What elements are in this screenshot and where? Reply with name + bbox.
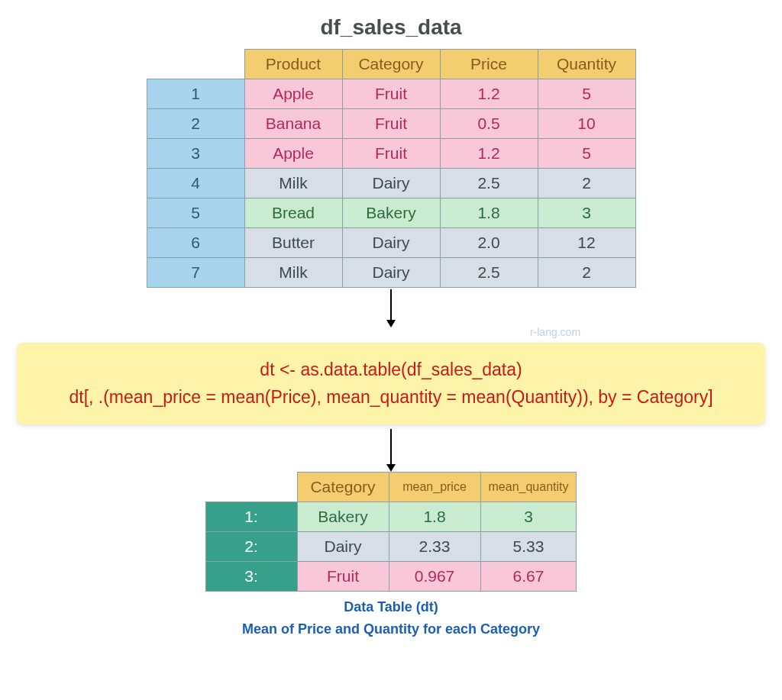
- cell: 10: [538, 109, 635, 139]
- table-row: 2 Banana Fruit 0.5 10: [147, 109, 635, 139]
- cell: 5: [538, 79, 635, 109]
- table-row: 6 Butter Dairy 2.0 12: [147, 228, 635, 258]
- col-header: Price: [440, 50, 538, 79]
- row-index: 6: [147, 228, 244, 258]
- cell: Apple: [244, 79, 342, 109]
- cell: Fruit: [342, 139, 440, 169]
- row-index: 3: [147, 139, 244, 169]
- row-index: 4: [147, 169, 244, 198]
- table-row: 2: Dairy 2.33 5.33: [205, 532, 577, 562]
- cell: 3: [480, 502, 577, 532]
- cell: Fruit: [342, 109, 440, 139]
- cell: 1.2: [440, 139, 538, 169]
- cell: Dairy: [297, 532, 389, 562]
- cell: Dairy: [342, 228, 440, 258]
- table-row: 3: Fruit 0.967 6.67: [205, 562, 577, 592]
- cell: Fruit: [342, 79, 440, 109]
- cell: 0.5: [440, 109, 538, 139]
- cell: Bakery: [342, 198, 440, 228]
- cell: 1.8: [440, 198, 538, 228]
- cell: Milk: [244, 258, 342, 288]
- svg-marker-3: [386, 464, 396, 472]
- cell: 2.0: [440, 228, 538, 258]
- arrow-down-icon: [383, 289, 399, 327]
- cell: Fruit: [297, 562, 389, 592]
- cell: Bread: [244, 198, 342, 228]
- cell: 2.5: [440, 258, 538, 288]
- cell: Dairy: [342, 169, 440, 198]
- col-header: Category: [297, 473, 389, 502]
- cell: 6.67: [480, 562, 577, 592]
- table-row: 3 Apple Fruit 1.2 5: [147, 139, 635, 169]
- table-row: 1 Apple Fruit 1.2 5: [147, 79, 635, 109]
- table-row: 7 Milk Dairy 2.5 2: [147, 258, 635, 288]
- cell: Milk: [244, 169, 342, 198]
- watermark-text: r-lang.com: [530, 326, 580, 338]
- cell: 1.8: [389, 502, 480, 532]
- row-index: 2:: [205, 532, 297, 562]
- arrow-down-icon: [383, 429, 399, 472]
- cell: 5.33: [480, 532, 577, 562]
- cell: Apple: [244, 139, 342, 169]
- result-data-table: Category mean_price mean_quantity 1: Bak…: [205, 472, 577, 592]
- diagram-title: df_sales_data: [320, 15, 461, 40]
- row-index: 1:: [205, 502, 297, 532]
- cell: Bakery: [297, 502, 389, 532]
- cell: 1.2: [440, 79, 538, 109]
- cell: 2.33: [389, 532, 480, 562]
- table-row: 1: Bakery 1.8 3: [205, 502, 577, 532]
- cell: 3: [538, 198, 635, 228]
- cell: Dairy: [342, 258, 440, 288]
- cell: 2: [538, 169, 635, 198]
- cell: 0.967: [389, 562, 480, 592]
- row-index: 7: [147, 258, 244, 288]
- svg-marker-1: [386, 320, 396, 327]
- cell: 5: [538, 139, 635, 169]
- cell: 12: [538, 228, 635, 258]
- row-index: 2: [147, 109, 244, 139]
- col-header: mean_price: [389, 473, 480, 502]
- code-line: dt <- as.data.table(df_sales_data): [32, 356, 750, 384]
- table-row: 5 Bread Bakery 1.8 3: [147, 198, 635, 228]
- corner-blank: [147, 50, 244, 79]
- cell: 2: [538, 258, 635, 288]
- code-block: dt <- as.data.table(df_sales_data) dt[, …: [17, 343, 765, 424]
- row-index: 1: [147, 79, 244, 109]
- col-header: Product: [244, 50, 342, 79]
- cell: Butter: [244, 228, 342, 258]
- col-header: mean_quantity: [480, 473, 577, 502]
- cell: Banana: [244, 109, 342, 139]
- result-caption: Data Table (dt): [344, 599, 438, 615]
- code-line: dt[, .(mean_price = mean(Price), mean_qu…: [32, 384, 750, 411]
- col-header: Category: [342, 50, 440, 79]
- col-header: Quantity: [538, 50, 635, 79]
- corner-blank: [205, 473, 297, 502]
- row-index: 3:: [205, 562, 297, 592]
- cell: 2.5: [440, 169, 538, 198]
- source-data-table: Product Category Price Quantity 1 Apple …: [147, 49, 636, 288]
- result-subcaption: Mean of Price and Quantity for each Cate…: [242, 621, 540, 637]
- row-index: 5: [147, 198, 244, 228]
- table-row: 4 Milk Dairy 2.5 2: [147, 169, 635, 198]
